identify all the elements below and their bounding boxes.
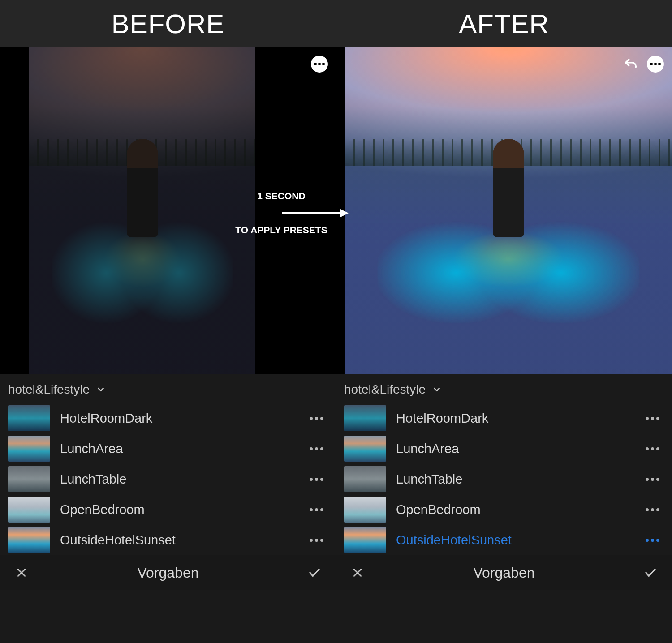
dot-icon (650, 63, 653, 65)
preset-label: LunchTable (396, 472, 641, 487)
preset-thumbnail (344, 497, 386, 523)
preset-item-selected[interactable]: OutsideHotelSunset (336, 525, 672, 555)
preset-thumbnail (8, 405, 50, 431)
preset-item[interactable]: HotelRoomDark (336, 403, 672, 433)
after-panel (336, 47, 672, 374)
preset-label: OpenBedroom (396, 502, 641, 517)
preset-label: LunchArea (396, 442, 641, 456)
preset-thumbnail (8, 497, 50, 523)
preset-more-button[interactable] (305, 443, 328, 455)
preset-group-name: hotel&Lifestyle (344, 382, 426, 397)
dot-icon (318, 63, 321, 65)
preset-item[interactable]: LunchTable (336, 464, 672, 494)
preset-item[interactable]: OutsideHotelSunset (0, 525, 336, 555)
chevron-down-icon (96, 385, 106, 394)
preset-thumbnail (8, 436, 50, 462)
cancel-button[interactable] (348, 563, 367, 583)
preset-label: OutsideHotelSunset (60, 533, 305, 548)
before-panel (0, 47, 336, 374)
preset-item[interactable]: LunchArea (336, 433, 672, 464)
preset-item[interactable]: LunchArea (0, 433, 336, 464)
torso-decoration (493, 139, 524, 237)
bottom-bars: Vorgaben Vorgaben (0, 555, 672, 590)
dress-decoration (52, 219, 233, 353)
preset-lists: hotel&Lifestyle HotelRoomDark LunchArea … (0, 374, 672, 555)
after-photo (345, 47, 672, 374)
preset-label: HotelRoomDark (60, 411, 305, 426)
preset-more-button[interactable] (641, 443, 664, 455)
chevron-down-icon (432, 385, 442, 394)
after-bottom-bar: Vorgaben (336, 555, 672, 590)
before-title: BEFORE (0, 0, 336, 47)
preset-label: OutsideHotelSunset (396, 533, 641, 548)
preset-label: HotelRoomDark (396, 411, 641, 426)
dot-icon (654, 63, 657, 65)
preset-label: LunchArea (60, 442, 305, 456)
preset-more-button[interactable] (305, 534, 328, 546)
preset-more-button[interactable] (641, 504, 664, 516)
preset-item[interactable]: HotelRoomDark (0, 403, 336, 433)
cancel-button[interactable] (12, 563, 31, 583)
preset-group-name: hotel&Lifestyle (8, 382, 90, 397)
before-preset-panel: hotel&Lifestyle HotelRoomDark LunchArea … (0, 374, 336, 555)
preset-thumbnail (344, 527, 386, 553)
dress-decoration (378, 219, 639, 353)
preset-more-button[interactable] (641, 534, 664, 546)
confirm-button[interactable] (641, 563, 660, 583)
photo-comparison: 1 SECOND TO APPLY PRESETS (0, 47, 672, 374)
before-photo-area[interactable] (0, 47, 336, 374)
torso-decoration (127, 139, 158, 237)
dot-icon (322, 63, 325, 65)
preset-item[interactable]: LunchTable (0, 464, 336, 494)
preset-more-button[interactable] (305, 412, 328, 424)
more-options-button[interactable] (647, 56, 664, 73)
preset-group-dropdown[interactable]: hotel&Lifestyle (0, 374, 336, 403)
after-preset-panel: hotel&Lifestyle HotelRoomDark LunchArea … (336, 374, 672, 555)
preset-item[interactable]: OpenBedroom (336, 494, 672, 525)
dot-icon (658, 63, 661, 65)
preset-thumbnail (344, 405, 386, 431)
after-title: AFTER (336, 0, 672, 47)
preset-label: OpenBedroom (60, 502, 305, 517)
comparison-header: BEFORE AFTER (0, 0, 672, 47)
confirm-button[interactable] (305, 563, 324, 583)
before-photo (29, 47, 255, 374)
undo-button[interactable] (622, 56, 640, 73)
bottom-title: Vorgaben (31, 565, 305, 581)
preset-thumbnail (344, 436, 386, 462)
preset-item[interactable]: OpenBedroom (0, 494, 336, 525)
preset-more-button[interactable] (305, 504, 328, 516)
preset-thumbnail (8, 527, 50, 553)
bottom-title: Vorgaben (367, 565, 641, 581)
preset-more-button[interactable] (305, 473, 328, 485)
preset-thumbnail (8, 466, 50, 492)
preset-group-dropdown[interactable]: hotel&Lifestyle (336, 374, 672, 403)
preset-more-button[interactable] (641, 412, 664, 424)
before-bottom-bar: Vorgaben (0, 555, 336, 590)
subject-figure (378, 139, 639, 361)
preset-label: LunchTable (60, 472, 305, 487)
preset-more-button[interactable] (641, 473, 664, 485)
subject-figure (52, 139, 233, 361)
after-photo-area[interactable] (336, 47, 672, 374)
more-options-button[interactable] (311, 56, 328, 73)
dot-icon (314, 63, 317, 65)
preset-thumbnail (344, 466, 386, 492)
